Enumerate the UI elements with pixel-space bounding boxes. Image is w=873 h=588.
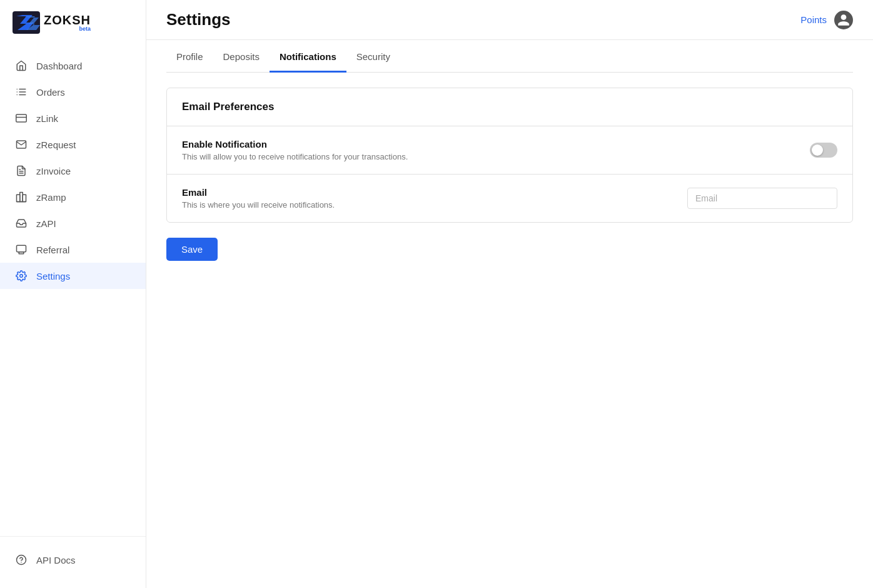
enable-notification-toggle[interactable] <box>810 143 837 158</box>
main-area: Settings Points Profile Deposits Notific… <box>146 0 873 588</box>
credit-card-icon <box>15 112 28 124</box>
toggle-slider <box>810 143 837 158</box>
list-icon <box>15 86 28 98</box>
sidebar-item-referral[interactable]: Referral <box>0 236 146 263</box>
card-header: Email Preferences <box>167 88 852 126</box>
sidebar-item-label: zLink <box>36 113 58 124</box>
sidebar-nav: Dashboard Orders zLink <box>0 45 146 536</box>
sidebar-item-label: Dashboard <box>36 61 82 71</box>
building-icon <box>15 191 28 203</box>
sidebar-item-label: zInvoice <box>36 166 71 176</box>
sidebar-item-dashboard[interactable]: Dashboard <box>0 53 146 79</box>
enable-notification-desc: This will allow you to receive notificat… <box>182 152 408 161</box>
sidebar-bottom: API Docs <box>0 536 146 588</box>
gear-icon <box>15 270 28 282</box>
sidebar-item-api-docs[interactable]: API Docs <box>0 547 146 573</box>
save-button[interactable]: Save <box>166 238 218 261</box>
svg-rect-16 <box>23 195 26 201</box>
home-icon <box>15 59 28 72</box>
email-preferences-card: Email Preferences Enable Notification Th… <box>166 88 853 223</box>
email-desc: This is where you will receive notificat… <box>182 200 335 210</box>
sidebar-item-zapi[interactable]: zAPI <box>0 210 146 236</box>
sidebar-bottom-item-label: API Docs <box>36 555 76 565</box>
inbox-icon <box>15 217 28 230</box>
svg-rect-17 <box>17 245 26 252</box>
sidebar-item-label: Settings <box>36 271 70 281</box>
enable-notification-label: Enable Notification <box>182 139 408 150</box>
sidebar-item-zramp[interactable]: zRamp <box>0 184 146 210</box>
points-link[interactable]: Points <box>800 14 827 25</box>
enable-notification-left: Enable Notification This will allow you … <box>182 139 408 161</box>
sidebar-item-zlink[interactable]: zLink <box>0 105 146 131</box>
logo-beta: beta <box>44 26 91 32</box>
document-icon <box>15 165 28 177</box>
logo-text: ZOKSH <box>44 14 91 26</box>
sidebar-item-label: zRequest <box>36 139 76 150</box>
card-title: Email Preferences <box>182 101 274 113</box>
svg-rect-15 <box>17 195 20 201</box>
zoksh-logo <box>13 11 40 34</box>
user-avatar[interactable] <box>834 11 853 29</box>
logo-area: ZOKSH beta <box>0 0 146 45</box>
email-input[interactable] <box>687 188 837 209</box>
email-label: Email <box>182 187 335 198</box>
topbar: Settings Points <box>146 0 873 40</box>
question-circle-icon <box>15 554 28 566</box>
tab-deposits[interactable]: Deposits <box>213 40 270 73</box>
tab-profile[interactable]: Profile <box>166 40 213 73</box>
logo: ZOKSH beta <box>13 11 91 34</box>
sidebar-item-label: zRamp <box>36 192 66 203</box>
content-area: Profile Deposits Notifications Security … <box>146 40 873 588</box>
sidebar-item-settings[interactable]: Settings <box>0 263 146 289</box>
topbar-right: Points <box>800 11 853 29</box>
sidebar-item-zrequest[interactable]: zRequest <box>0 131 146 158</box>
sidebar-item-label: Orders <box>36 87 65 98</box>
svg-point-19 <box>20 275 23 278</box>
mail-icon <box>15 138 28 151</box>
tab-security[interactable]: Security <box>346 40 400 73</box>
sidebar-item-orders[interactable]: Orders <box>0 79 146 105</box>
email-row-left: Email This is where you will receive not… <box>182 187 335 210</box>
users-icon <box>15 243 28 256</box>
svg-rect-9 <box>16 114 27 122</box>
enable-notification-row: Enable Notification This will allow you … <box>167 126 852 175</box>
sidebar: ZOKSH beta Dashboard Orders <box>0 0 146 588</box>
page-title: Settings <box>166 10 231 29</box>
svg-rect-18 <box>19 252 24 254</box>
sidebar-item-label: Referral <box>36 245 69 255</box>
sidebar-item-zinvoice[interactable]: zInvoice <box>0 158 146 184</box>
email-row: Email This is where you will receive not… <box>167 175 852 222</box>
tab-notifications[interactable]: Notifications <box>270 40 346 73</box>
sidebar-item-label: zAPI <box>36 218 56 229</box>
tabs: Profile Deposits Notifications Security <box>166 40 853 73</box>
